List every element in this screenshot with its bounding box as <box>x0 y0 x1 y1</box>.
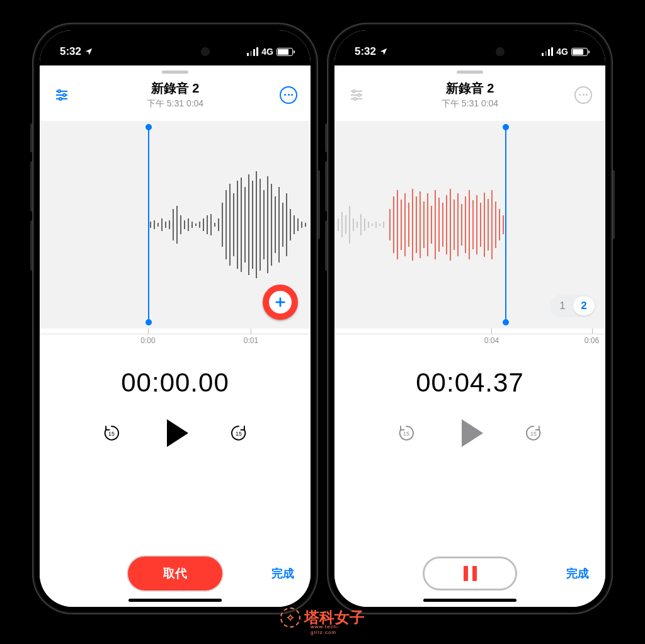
ruler-tick-label: 0:01 <box>244 336 258 345</box>
battery-icon <box>277 48 293 56</box>
svg-point-56 <box>358 94 360 96</box>
svg-point-55 <box>353 90 355 93</box>
skip-forward-button[interactable]: 15 <box>227 422 250 444</box>
done-button[interactable]: 完成 <box>566 566 589 581</box>
elapsed-time: 00:00.00 <box>40 368 311 398</box>
waveform-area[interactable]: 1 2 <box>334 121 605 329</box>
recording-title[interactable]: 新錄音 2 <box>367 80 573 97</box>
playhead[interactable] <box>148 127 149 322</box>
more-icon <box>574 86 592 104</box>
svg-point-3 <box>58 90 60 93</box>
svg-text:15: 15 <box>403 431 409 437</box>
ruler-tick-label: 0:04 <box>484 336 499 345</box>
more-button[interactable] <box>278 84 299 106</box>
waveform-area[interactable] <box>40 121 311 329</box>
pause-button[interactable] <box>423 556 517 590</box>
settings-icon <box>346 84 367 106</box>
svg-point-4 <box>63 94 66 96</box>
signal-icon <box>542 47 553 56</box>
location-icon <box>379 47 388 56</box>
phone-right: 5:32 4G 新錄音 2 下午 5:31 <box>327 23 613 614</box>
ruler-tick-label: 0:06 <box>585 336 599 345</box>
screen: 5:32 4G 新錄音 2 下午 5:31 <box>40 30 311 607</box>
signal-icon <box>247 47 258 56</box>
svg-text:15: 15 <box>108 431 115 437</box>
home-indicator[interactable] <box>128 599 222 602</box>
screen: 5:32 4G 新錄音 2 下午 5:31 <box>334 30 605 607</box>
layer-option[interactable]: 1 <box>552 297 573 315</box>
add-layer-annotation[interactable] <box>263 285 298 320</box>
dynamic-island <box>135 40 215 63</box>
svg-text:15: 15 <box>236 431 242 437</box>
phone-left: 5:32 4G 新錄音 2 下午 5:31 <box>32 23 318 614</box>
recording-title[interactable]: 新錄音 2 <box>72 80 278 97</box>
network-label: 4G <box>556 47 568 57</box>
done-button[interactable]: 完成 <box>271 566 294 581</box>
time-ruler[interactable]: 0:00 0:01 <box>40 329 311 351</box>
time-ruler[interactable]: 0:04 0:06 <box>334 329 605 351</box>
ruler-tick-label: 0:00 <box>140 336 155 345</box>
home-indicator[interactable] <box>423 599 517 602</box>
recording-subtitle: 下午 5:31 0:04 <box>72 98 278 110</box>
play-button[interactable] <box>167 419 188 447</box>
battery-icon <box>571 48 588 56</box>
skip-forward-button: 15 <box>522 422 545 444</box>
watermark: 塔科女子 www.tech-girlz.com <box>280 607 365 628</box>
svg-point-104 <box>288 616 292 619</box>
status-time: 5:32 <box>60 45 81 58</box>
play-button <box>462 419 483 447</box>
more-button <box>573 84 594 106</box>
skip-back-button[interactable]: 15 <box>100 422 123 444</box>
more-icon <box>280 86 297 104</box>
network-label: 4G <box>261 47 273 57</box>
skip-back-button: 15 <box>395 422 418 444</box>
sheet-grabber[interactable] <box>162 71 188 74</box>
svg-text:15: 15 <box>530 431 537 437</box>
layer-selector[interactable]: 1 2 <box>550 295 596 317</box>
location-icon <box>84 47 93 56</box>
layer-option[interactable]: 2 <box>573 297 595 315</box>
watermark-icon <box>280 607 300 628</box>
replace-button[interactable]: 取代 <box>128 556 222 590</box>
watermark-url: www.tech-girlz.com <box>311 624 365 635</box>
status-time: 5:32 <box>355 45 376 58</box>
sheet-grabber[interactable] <box>457 71 483 74</box>
svg-point-5 <box>59 98 62 100</box>
recording-subtitle: 下午 5:31 0:04 <box>367 98 573 110</box>
settings-icon[interactable] <box>51 84 72 106</box>
playhead[interactable] <box>505 127 506 322</box>
elapsed-time: 00:04.37 <box>334 368 605 398</box>
svg-point-57 <box>354 98 357 100</box>
plus-icon <box>273 295 287 309</box>
dynamic-island <box>430 40 510 63</box>
